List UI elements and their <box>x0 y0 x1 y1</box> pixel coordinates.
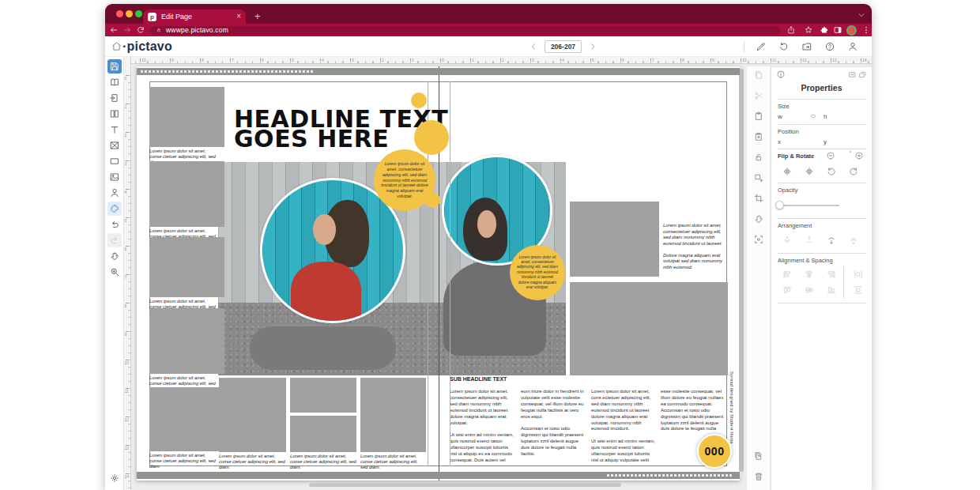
x-field[interactable]: x <box>778 138 781 145</box>
yellow-text-bubble[interactable]: Lorem ipsum dolor sit amet, consectetuer… <box>510 245 565 300</box>
photo-caption[interactable]: Lorem ipsum dolor sit amet, conse ctetue… <box>149 453 219 469</box>
align-center-horizontal-button[interactable] <box>803 268 816 281</box>
align-bottom-button[interactable] <box>825 284 838 296</box>
pan-tool[interactable] <box>107 249 122 263</box>
text-tool[interactable] <box>107 122 122 137</box>
body-text-column[interactable]: Lorem ipsum dolor sit amet, consectetuer… <box>450 389 514 464</box>
share-icon[interactable] <box>786 25 796 35</box>
width-field[interactable]: w <box>778 113 782 120</box>
rotate-left-button[interactable] <box>825 165 838 178</box>
pan-button[interactable] <box>752 212 766 226</box>
rotate-right-button[interactable] <box>847 165 860 178</box>
rotate-plus-icon[interactable] <box>854 151 864 160</box>
side-panel-icon[interactable] <box>833 25 842 35</box>
y-field[interactable]: y <box>824 138 827 145</box>
close-window-button[interactable] <box>116 10 123 17</box>
designer-credit-text[interactable]: Spread designed by Student Name <box>729 371 734 444</box>
back-button[interactable] <box>109 25 119 35</box>
image-placeholder[interactable] <box>149 161 224 227</box>
cut-button[interactable] <box>752 89 766 103</box>
body-text-column[interactable]: esse molestie consequat, vel illum dolor… <box>661 389 726 432</box>
distribute-vertical-button[interactable] <box>852 284 865 296</box>
float-panel-icon[interactable] <box>858 70 867 79</box>
height-field[interactable]: h <box>824 113 827 120</box>
paste-button[interactable] <box>752 109 766 123</box>
next-page-button[interactable] <box>588 42 597 51</box>
canvas-vertical-scrollbar[interactable] <box>739 67 744 478</box>
align-top-button[interactable] <box>781 284 793 296</box>
browser-tab[interactable]: p Edit Page × <box>143 9 246 24</box>
spread-view-tool[interactable] <box>107 75 122 89</box>
body-text-column[interactable]: Lorem ipsum dolor sit amet, cons ectetue… <box>591 389 656 464</box>
send-backward-button[interactable] <box>825 234 838 247</box>
page-folio-badge[interactable]: 000 <box>697 434 732 469</box>
history-button[interactable] <box>778 40 790 53</box>
align-right-button[interactable] <box>825 268 838 281</box>
photo-caption[interactable]: Lorem ipsum dolor sit amet, conse ctetue… <box>219 454 286 470</box>
image-placeholder[interactable] <box>360 378 426 452</box>
reload-button[interactable] <box>136 25 145 35</box>
new-tab-button[interactable]: + <box>254 11 261 21</box>
crop-button[interactable] <box>752 191 766 205</box>
image-placeholder[interactable] <box>149 87 224 147</box>
redo-tool[interactable] <box>107 233 122 247</box>
distribute-horizontal-button[interactable] <box>852 268 865 281</box>
help-button[interactable] <box>824 40 836 53</box>
canvas-horizontal-scrollbar[interactable] <box>309 483 621 487</box>
forward-button[interactable] <box>122 25 132 35</box>
account-button[interactable] <box>846 40 859 53</box>
photo-caption[interactable]: Lorem ipsum dolor sit amet, conse ctetue… <box>290 454 356 470</box>
image-placeholder[interactable] <box>149 237 224 297</box>
yellow-dot[interactable] <box>411 92 427 108</box>
layouts-tool[interactable] <box>107 107 122 121</box>
bring-forward-button[interactable] <box>803 234 816 247</box>
opacity-slider-knob[interactable] <box>775 201 784 209</box>
extensions-icon[interactable] <box>820 25 829 35</box>
zoom-tool[interactable] <box>107 265 122 279</box>
zoom-window-button[interactable] <box>135 10 142 17</box>
rotate-minus-icon[interactable] <box>826 151 835 160</box>
lock-button[interactable] <box>752 150 766 164</box>
opacity-slider-track[interactable] <box>779 205 839 206</box>
yellow-dot[interactable] <box>414 120 449 155</box>
image-placeholder[interactable] <box>290 416 356 452</box>
address-bar[interactable]: wwwpe.pictavo.com <box>150 26 780 35</box>
close-tab-icon[interactable]: × <box>236 13 241 21</box>
dock-panel-icon[interactable] <box>848 70 857 79</box>
duplicate-spread-button[interactable] <box>752 449 766 463</box>
export-button[interactable] <box>801 40 813 53</box>
profile-avatar[interactable] <box>846 25 857 36</box>
page-spread[interactable]: Lorem ipsum dolor sit amet, conse ctetue… <box>137 66 740 481</box>
image-placeholder[interactable] <box>570 282 728 375</box>
home-icon[interactable] <box>111 40 122 52</box>
design-pen-button[interactable] <box>755 40 767 53</box>
send-to-back-button[interactable] <box>847 234 860 247</box>
browser-menu-icon[interactable] <box>861 25 871 35</box>
undo-tool[interactable] <box>107 217 122 232</box>
bookmark-star-icon[interactable] <box>804 25 813 35</box>
previous-page-button[interactable] <box>529 42 538 51</box>
copy-button[interactable] <box>752 68 766 82</box>
image-tool[interactable] <box>107 170 122 184</box>
settings-tool[interactable] <box>107 471 122 485</box>
minimize-window-button[interactable] <box>126 10 133 17</box>
body-text-column[interactable]: eum iriure dolor in hendrerit in vulputa… <box>521 389 586 458</box>
link-dimensions-icon[interactable] <box>808 112 819 120</box>
image-placeholder[interactable] <box>149 308 224 374</box>
flip-horizontal-button[interactable] <box>781 165 793 178</box>
color-tool[interactable] <box>107 202 122 216</box>
flip-vertical-button[interactable] <box>803 165 816 178</box>
info-icon[interactable] <box>776 70 786 79</box>
save-tool[interactable] <box>107 59 122 74</box>
image-placeholder[interactable] <box>219 378 286 452</box>
photo-caption[interactable]: Lorem ipsum dolor sit amet, conse ctetue… <box>360 454 426 470</box>
chevron-down-icon[interactable] <box>857 10 866 20</box>
shape-tool[interactable] <box>107 154 122 168</box>
page-number-input[interactable]: 206-207 <box>545 40 582 53</box>
align-middle-button[interactable] <box>803 284 816 296</box>
align-left-button[interactable] <box>781 268 793 281</box>
fit-frame-button[interactable] <box>752 232 766 247</box>
sub-headline-text[interactable]: SUB HEADLINE TEXT <box>450 376 507 382</box>
image-placeholder[interactable] <box>149 387 224 451</box>
image-placeholder[interactable] <box>570 202 659 277</box>
